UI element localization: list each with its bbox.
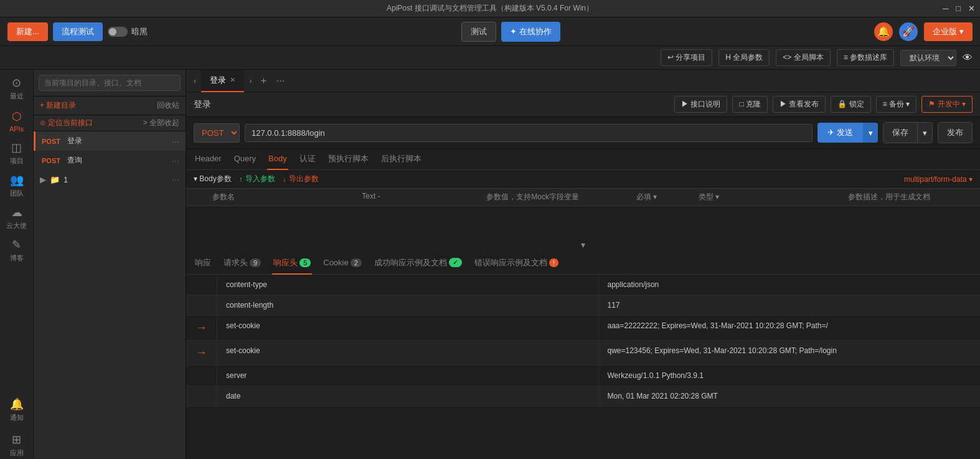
resp-header-row-5: server Werkzeug/1.0.1 Python/3.9.1 bbox=[186, 366, 980, 386]
share-project-button[interactable]: ↩ 分享项目 bbox=[661, 49, 712, 66]
clone-button[interactable]: □ 克隆 bbox=[732, 96, 768, 113]
collapse-row: ▾ bbox=[186, 237, 980, 252]
folder-item-1[interactable]: ▶ 📁 1 ··· bbox=[34, 170, 186, 189]
dark-mode-toggle[interactable]: 暗黑 bbox=[108, 26, 148, 37]
locate-btn[interactable]: ⊙ 定位当前接口 bbox=[40, 118, 93, 128]
apps-icon: ⊞ bbox=[12, 433, 21, 447]
resp-tab-req-headers[interactable]: 请求头 9 bbox=[222, 252, 262, 275]
resp-tab-error-example[interactable]: 错误响应示例及文档 ! bbox=[473, 252, 560, 275]
header-val-3: aaa=22222222; Expires=Wed, 31-Mar-2021 1… bbox=[599, 316, 981, 340]
col-checkbox bbox=[194, 192, 212, 202]
api-menu-dots2[interactable]: ··· bbox=[172, 156, 179, 166]
enterprise-button[interactable]: 企业版 ▾ bbox=[924, 22, 973, 41]
resp-tab-response[interactable]: 响应 bbox=[194, 252, 212, 275]
arrow-cell-6 bbox=[186, 386, 217, 406]
collapse-button[interactable]: ▾ bbox=[581, 240, 585, 250]
folder-menu-dots[interactable]: ··· bbox=[172, 174, 179, 184]
global-param-button[interactable]: H 全局参数 bbox=[719, 49, 770, 66]
new-dir-button[interactable]: + 新建目录 bbox=[40, 100, 76, 111]
api-menu-dots[interactable]: ··· bbox=[172, 136, 179, 146]
recycle-button[interactable]: 回收站 bbox=[157, 100, 179, 111]
arrow-up-icon: ↑ bbox=[239, 175, 243, 184]
eye-button[interactable]: 👁 bbox=[963, 52, 973, 64]
nav-label-team: 团队 bbox=[10, 189, 24, 198]
folder-name: 1 bbox=[64, 175, 68, 184]
request-row: POST ✈ 发送 ▾ 保存 ▾ 发布 bbox=[186, 117, 980, 149]
env-select[interactable]: 默认环境 bbox=[900, 50, 956, 66]
notifications-icon[interactable]: 🔔 bbox=[874, 22, 893, 41]
success-badge: ✓ bbox=[449, 258, 462, 267]
send-dropdown-arrow[interactable]: ▾ bbox=[863, 123, 878, 143]
tab-add-icon[interactable]: + bbox=[257, 73, 270, 89]
flow-test-button[interactable]: 流程测试 bbox=[53, 22, 103, 41]
resp-tab-resp-headers[interactable]: 响应头 5 bbox=[272, 252, 312, 275]
page-actions: ▶ 接口说明 □ 克隆 ▶ 查看发布 🔒 锁定 ≡ 备份 ▾ ⚑ 开发中 ▾ bbox=[674, 96, 973, 113]
arrow-down-icon: ↓ bbox=[283, 175, 286, 184]
nav-item-apis[interactable]: ⬡ APIs bbox=[3, 107, 31, 135]
rocket-icon[interactable]: 🚀 bbox=[899, 22, 918, 41]
publish-view-button[interactable]: ▶ 查看发布 bbox=[773, 96, 826, 113]
method-select[interactable]: POST bbox=[194, 123, 240, 143]
global-script-button[interactable]: <> 全局脚本 bbox=[776, 49, 830, 66]
close-btn[interactable]: ✕ bbox=[968, 4, 975, 13]
export-param-button[interactable]: ↓ 导出参数 bbox=[283, 174, 319, 184]
tab-more-icon[interactable]: ··· bbox=[273, 73, 288, 89]
publish-button[interactable]: 发布 bbox=[938, 122, 973, 143]
req-tab-query[interactable]: Query bbox=[233, 149, 257, 170]
tab-close-icon[interactable]: ✕ bbox=[230, 76, 235, 84]
collab-button[interactable]: ✦ 在线协作 bbox=[501, 22, 560, 42]
api-item-query[interactable]: POST 查询 ··· bbox=[34, 151, 186, 170]
param-lib-button[interactable]: ≡ 参数描述库 bbox=[837, 49, 894, 66]
api-item-login[interactable]: POST 登录 ··· bbox=[34, 131, 186, 151]
header-val-1: application/json bbox=[599, 275, 981, 295]
import-param-label: 导入参数 bbox=[245, 174, 275, 184]
folder-icon: 📁 bbox=[50, 175, 60, 184]
send-button[interactable]: ✈ 发送 bbox=[817, 123, 863, 143]
tab-login[interactable]: 登录 ✕ bbox=[201, 70, 244, 92]
req-tab-pre-script[interactable]: 预执行脚本 bbox=[327, 149, 370, 170]
req-tab-body[interactable]: Body bbox=[267, 149, 288, 170]
save-button[interactable]: 保存 bbox=[883, 123, 917, 143]
arrow-cell-2 bbox=[186, 295, 217, 315]
nav-item-recent[interactable]: ⊙ 最近 bbox=[3, 75, 31, 102]
req-tab-header[interactable]: Header bbox=[194, 149, 223, 170]
header-key-2: content-length bbox=[217, 295, 599, 315]
interface-desc-button[interactable]: ▶ 接口说明 bbox=[674, 96, 727, 113]
tab-chevron-right[interactable]: › bbox=[247, 73, 254, 88]
minimize-btn[interactable]: ─ bbox=[943, 4, 948, 13]
secondary-toolbar: ↩ 分享项目 H 全局参数 <> 全局脚本 ≡ 参数描述库 默认环境 👁 bbox=[0, 46, 980, 70]
lock-button[interactable]: 🔒 锁定 bbox=[831, 96, 870, 113]
url-input[interactable] bbox=[245, 124, 813, 142]
header-val-4: qwe=123456; Expires=Wed, 31-Mar-2021 10:… bbox=[599, 341, 981, 365]
test-button[interactable]: 测试 bbox=[461, 22, 496, 42]
api-name-query: 查询 bbox=[67, 155, 168, 166]
header-key-4: set-cookie bbox=[217, 341, 599, 365]
nav-item-team[interactable]: 👥 团队 bbox=[3, 172, 31, 199]
expand-btn[interactable]: > 全部收起 bbox=[143, 118, 179, 128]
import-param-button[interactable]: ↑ 导入参数 bbox=[239, 174, 275, 184]
nav-item-cloud[interactable]: ☁ 云大使 bbox=[3, 204, 31, 232]
toolbar-center: 测试 ✦ 在线协作 bbox=[153, 22, 870, 42]
req-tab-post-script[interactable]: 后执行脚本 bbox=[380, 149, 423, 170]
resp-header-row-4: → set-cookie qwe=123456; Expires=Wed, 31… bbox=[186, 341, 980, 366]
tab-chevron-left[interactable]: ‹ bbox=[191, 73, 199, 88]
nav-item-project[interactable]: ◫ 项目 bbox=[3, 140, 31, 167]
dev-badge-button[interactable]: ⚑ 开发中 ▾ bbox=[921, 96, 973, 113]
new-button[interactable]: 新建... bbox=[7, 22, 48, 41]
apis-icon: ⬡ bbox=[12, 110, 22, 123]
req-header-count-badge: 9 bbox=[250, 258, 261, 267]
format-select[interactable]: multipart/form-data ▾ bbox=[904, 175, 973, 184]
req-tab-auth[interactable]: 认证 bbox=[298, 149, 317, 170]
maximize-btn[interactable]: □ bbox=[956, 4, 961, 13]
export-param-label: 导出参数 bbox=[289, 174, 319, 184]
search-input[interactable] bbox=[39, 75, 181, 91]
resp-tab-cookie[interactable]: Cookie 2 bbox=[322, 252, 363, 275]
nav-item-blog[interactable]: ✎ 博客 bbox=[3, 237, 31, 264]
nav-label-apps: 应用 bbox=[10, 448, 24, 458]
nav-item-apps[interactable]: ⊞ 应用 bbox=[3, 432, 31, 459]
save-dropdown-arrow[interactable]: ▾ bbox=[917, 123, 932, 143]
backup-button[interactable]: ≡ 备份 ▾ bbox=[876, 96, 917, 113]
resp-tab-success-example[interactable]: 成功响应示例及文档 ✓ bbox=[373, 252, 463, 275]
nav-item-notify[interactable]: 🔔 通知 bbox=[3, 399, 31, 427]
toggle-switch-icon[interactable] bbox=[108, 27, 128, 37]
